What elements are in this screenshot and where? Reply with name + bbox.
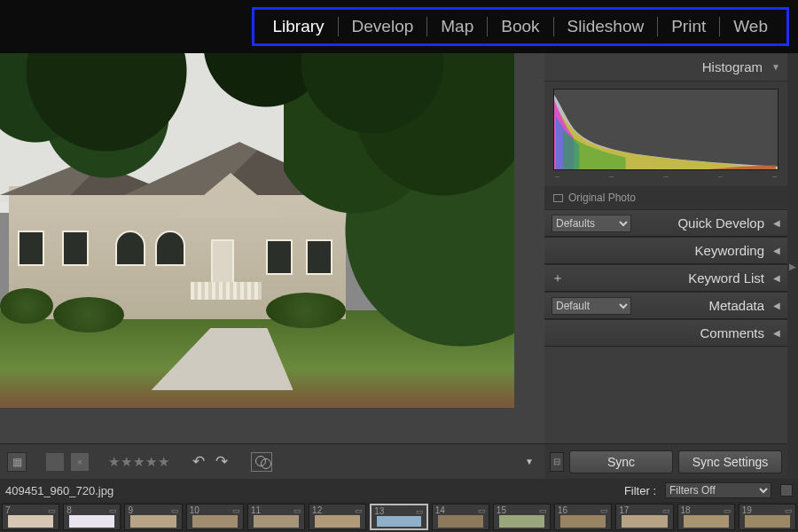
preview-wrap <box>0 53 544 443</box>
module-picker: LibraryDevelopMapBookSlideshowPrintWeb <box>252 7 790 46</box>
keywording-header[interactable]: Keywording ◀ <box>544 237 787 264</box>
module-tab-develop[interactable]: Develop <box>339 17 427 36</box>
image-preview[interactable] <box>0 53 514 408</box>
module-tab-slideshow[interactable]: Slideshow <box>554 17 658 36</box>
thumb-image <box>560 515 606 528</box>
top-bar: LibraryDevelopMapBookSlideshowPrintWeb <box>0 0 798 53</box>
thumb-index: 9 <box>128 505 133 515</box>
filmstrip-thumb[interactable]: 14▭ <box>432 504 489 530</box>
star-icon[interactable]: ★ <box>158 454 169 470</box>
thumb-index: 11 <box>251 505 261 515</box>
chevron-left-icon: ◀ <box>773 328 780 338</box>
histogram-header[interactable]: Histogram ▼ <box>544 53 787 82</box>
people-view-button[interactable] <box>251 452 272 472</box>
module-tab-map[interactable]: Map <box>427 17 487 36</box>
keyword-list-header[interactable]: ＋ Keyword List ◀ <box>544 264 787 292</box>
rating-stars[interactable]: ★★★★★ <box>108 454 169 470</box>
star-icon[interactable]: ★ <box>121 454 132 470</box>
status-bar: 409451_960_720.jpg Filter : Filters Off <box>0 479 798 502</box>
right-panel-collapse[interactable]: ▶ <box>787 53 798 479</box>
module-tab-library[interactable]: Library <box>260 17 338 36</box>
original-photo-icon <box>553 194 563 202</box>
thumb-badge-icon: ▭ <box>416 507 424 516</box>
thumb-badge-icon: ▭ <box>600 506 608 515</box>
thumb-index: 15 <box>497 505 506 515</box>
thumb-badge-icon: ▭ <box>662 506 670 515</box>
filter-select[interactable]: Filters Off <box>665 482 771 498</box>
thumb-badge-icon: ▭ <box>232 506 240 515</box>
toolbar-menu-icon[interactable]: ▼ <box>521 454 537 470</box>
right-panels: Histogram ▼ ––––– <box>544 53 787 479</box>
thumb-badge-icon: ▭ <box>171 506 179 515</box>
loupe-toolbar: ▦ ★★★★★ ↶ ↷ ▼ <box>0 443 544 479</box>
metadata-preset-select[interactable]: Default <box>552 297 631 315</box>
sync-toggle[interactable]: ⊟ <box>550 452 564 472</box>
sync-button[interactable]: Sync <box>569 450 673 473</box>
keyword-list-label: Keyword List <box>688 270 764 286</box>
thumb-image <box>8 515 53 528</box>
rotate-cw-icon[interactable]: ↷ <box>214 452 230 471</box>
current-filename: 409451_960_720.jpg <box>5 484 113 497</box>
star-icon[interactable]: ★ <box>145 454 157 470</box>
thumb-index: 19 <box>742 505 752 515</box>
histogram-graph[interactable] <box>553 89 778 170</box>
filmstrip[interactable]: 7▭8▭9▭10▭11▭12▭13▭14▭15▭16▭17▭18▭19▭ <box>0 502 798 532</box>
module-tab-book[interactable]: Book <box>488 17 552 36</box>
quick-develop-preset-select[interactable]: Defaults <box>552 215 631 232</box>
thumb-badge-icon: ▭ <box>48 506 56 515</box>
chevron-left-icon: ◀ <box>773 301 780 310</box>
filter-lock-icon[interactable] <box>780 484 793 497</box>
thumb-index: 8 <box>66 505 72 515</box>
original-photo-row[interactable]: Original Photo <box>544 186 787 209</box>
filmstrip-thumb[interactable]: 9▭ <box>124 504 182 530</box>
left-column: ▦ ★★★★★ ↶ ↷ ▼ <box>0 53 544 479</box>
thumb-badge-icon: ▭ <box>724 506 732 515</box>
filmstrip-thumb[interactable]: 19▭ <box>739 504 796 530</box>
metadata-header[interactable]: Default Metadata ◀ <box>544 292 787 319</box>
filmstrip-thumb[interactable]: 13▭ <box>370 504 427 530</box>
filmstrip-thumb[interactable]: 12▭ <box>309 504 366 530</box>
module-tab-print[interactable]: Print <box>658 17 719 36</box>
thumb-index: 12 <box>312 505 322 515</box>
thumb-image <box>254 515 299 528</box>
filmstrip-thumb[interactable]: 16▭ <box>554 504 612 530</box>
thumb-index: 13 <box>374 506 384 516</box>
filter-label: Filter : <box>624 484 656 497</box>
quick-develop-label: Quick Develop <box>677 215 764 231</box>
filmstrip-thumb[interactable]: 15▭ <box>493 504 551 530</box>
filmstrip-thumb[interactable]: 11▭ <box>247 504 305 530</box>
thumb-index: 10 <box>190 505 200 515</box>
view-mode-button[interactable]: ▦ <box>7 452 27 472</box>
star-icon[interactable]: ★ <box>133 454 145 470</box>
histogram-body: ––––– <box>544 82 787 186</box>
original-photo-label: Original Photo <box>568 192 636 204</box>
histogram-ticks: ––––– <box>553 170 778 181</box>
panel-filler <box>544 347 787 443</box>
star-icon[interactable]: ★ <box>108 454 120 470</box>
chevron-left-icon: ◀ <box>773 246 780 255</box>
flag-pick[interactable] <box>46 453 64 471</box>
thumb-badge-icon: ▭ <box>355 506 363 515</box>
thumb-image <box>377 516 420 527</box>
flag-reject[interactable] <box>71 453 89 471</box>
thumb-image <box>438 515 483 528</box>
thumb-image <box>315 515 360 528</box>
thumb-index: 14 <box>435 505 445 515</box>
thumb-image <box>745 515 790 528</box>
filmstrip-thumb[interactable]: 7▭ <box>2 504 59 530</box>
histogram-label: Histogram <box>702 59 763 74</box>
sync-settings-button[interactable]: Sync Settings <box>678 450 782 473</box>
filmstrip-thumb[interactable]: 8▭ <box>63 504 121 530</box>
rotate-ccw-icon[interactable]: ↶ <box>191 452 207 471</box>
module-tab-web[interactable]: Web <box>720 17 781 36</box>
main-area: ▦ ★★★★★ ↶ ↷ ▼ Histogram ▼ <box>0 53 798 479</box>
thumb-image <box>622 515 667 528</box>
thumb-image <box>130 515 176 528</box>
add-keyword-icon[interactable]: ＋ <box>552 270 564 286</box>
comments-header[interactable]: Comments ◀ <box>544 319 787 347</box>
quick-develop-header[interactable]: Defaults Quick Develop ◀ <box>544 209 787 237</box>
filmstrip-thumb[interactable]: 17▭ <box>615 504 673 530</box>
filmstrip-thumb[interactable]: 18▭ <box>677 504 735 530</box>
right-column: Histogram ▼ ––––– <box>544 53 798 479</box>
filmstrip-thumb[interactable]: 10▭ <box>186 504 244 530</box>
